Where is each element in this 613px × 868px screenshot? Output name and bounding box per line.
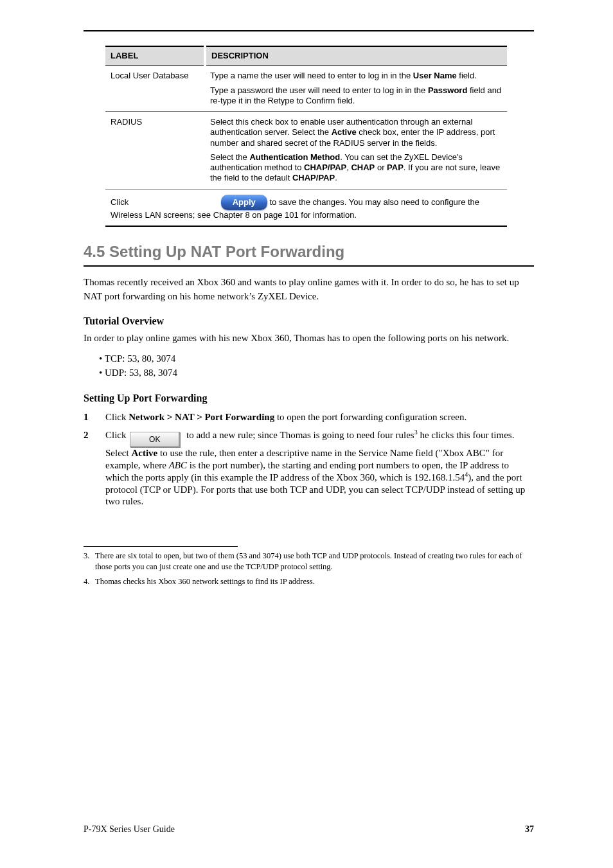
footnote-3: 3. There are six total to open, but two …: [84, 551, 534, 572]
footer-left: P-79X Series User Guide: [84, 824, 175, 835]
cell-label: Local User Database: [105, 66, 205, 112]
t: Password: [428, 85, 467, 95]
t: Click: [105, 412, 129, 422]
section-rule: [84, 265, 534, 267]
param-table: LABEL DESCRIPTION Local User Database Ty…: [105, 46, 507, 227]
page-top-rule: [84, 30, 534, 31]
apply-button[interactable]: Apply: [221, 195, 267, 210]
subheading: Tutorial Overview: [84, 315, 534, 328]
cell-desc: Select this check box to enable user aut…: [205, 112, 507, 190]
subheading: Setting Up Port Forwarding: [84, 392, 534, 405]
footnote-rule: [84, 546, 238, 547]
overview-paragraph: In order to play online games with his n…: [84, 332, 534, 346]
table-row-apply: Click Apply to save the changes. You may…: [105, 189, 507, 226]
t: or: [375, 163, 387, 172]
t: field.: [457, 71, 477, 80]
t: CHAP: [351, 163, 375, 172]
step-number: 1: [84, 411, 105, 423]
t: PAP: [387, 163, 404, 172]
ok-button[interactable]: OK: [130, 432, 180, 447]
step-number: 2: [84, 429, 105, 441]
ports-list: • TCP: 53, 80, 3074 • UDP: 53, 88, 3074: [99, 352, 534, 380]
step-2: 2 Click OK to add a new rule; since Thom…: [84, 429, 534, 508]
section-heading: 4.5 Setting Up NAT Port Forwarding: [84, 242, 534, 261]
t: to open the port forwarding configuratio…: [274, 412, 466, 422]
t: Type a password the user will need to en…: [210, 85, 428, 95]
footnote-text: There are six total to open, but two of …: [95, 551, 534, 572]
table-header-row: LABEL DESCRIPTION: [105, 46, 507, 66]
th-label: LABEL: [105, 46, 205, 66]
footnote-num: 4.: [84, 576, 95, 587]
page-footer: P-79X Series User Guide 37: [84, 824, 534, 835]
cell-apply: Click Apply to save the changes. You may…: [105, 189, 507, 226]
step-text: Click Network > NAT > Port Forwarding to…: [105, 411, 534, 423]
footnote-text: Thomas checks his Xbox 360 network setti…: [95, 576, 315, 587]
footer-right: 37: [525, 824, 534, 835]
table-row: RADIUS Select this check box to enable u…: [105, 112, 507, 190]
table-row: Local User Database Type a name the user…: [105, 66, 507, 112]
t: Network > NAT > Port Forwarding: [129, 412, 274, 422]
t: Click Apply to save the changes. You may…: [111, 195, 502, 220]
t: Select the Authentication Method. You ca…: [210, 152, 502, 184]
footnote-num: 3.: [84, 551, 95, 572]
t: Active: [131, 448, 157, 458]
t: Type a name the user will need to enter …: [210, 71, 413, 80]
t: ABC: [169, 460, 187, 470]
cell-desc: Type a name the user will need to enter …: [205, 66, 507, 112]
step-text: Click OK to add a new rule; since Thomas…: [105, 429, 534, 508]
t: Click: [105, 430, 129, 440]
th-desc: DESCRIPTION: [205, 46, 507, 66]
cell-label: RADIUS: [105, 112, 205, 190]
t: Select the: [210, 152, 249, 162]
t: User Name: [413, 71, 457, 80]
t: CHAP/PAP: [304, 163, 346, 172]
t: to add a new rule; since Thomas is going…: [186, 430, 414, 440]
step-1: 1 Click Network > NAT > Port Forwarding …: [84, 411, 534, 423]
footnote-4: 4. Thomas checks his Xbox 360 network se…: [84, 576, 534, 587]
t: .: [335, 173, 337, 182]
intro-paragraph: Thomas recently received an Xbox 360 and…: [84, 276, 534, 304]
t: CHAP/PAP: [292, 173, 335, 182]
t: Active: [332, 127, 357, 137]
t: Type a password the user will need to en…: [210, 85, 502, 107]
t: Authentication Method: [249, 152, 340, 162]
t: to save the changes. You may also need t…: [111, 197, 479, 220]
t: Click: [111, 197, 131, 207]
